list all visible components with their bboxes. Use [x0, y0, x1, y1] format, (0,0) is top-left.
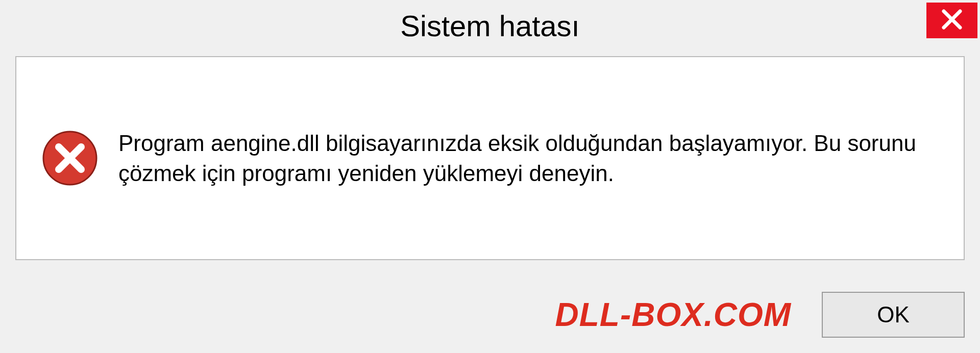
close-button[interactable]	[926, 3, 977, 38]
ok-button[interactable]: OK	[822, 292, 965, 338]
error-icon	[42, 130, 98, 186]
dialog-footer: DLL-BOX.COM OK	[555, 292, 965, 338]
dialog-title: Sistem hatası	[400, 9, 579, 43]
error-message: Program aengine.dll bilgisayarınızda eks…	[118, 128, 938, 189]
ok-button-label: OK	[877, 302, 910, 327]
titlebar: Sistem hatası	[0, 0, 980, 51]
close-icon	[941, 8, 963, 33]
watermark-text: DLL-BOX.COM	[555, 296, 792, 334]
dialog-content: Program aengine.dll bilgisayarınızda eks…	[15, 56, 965, 260]
